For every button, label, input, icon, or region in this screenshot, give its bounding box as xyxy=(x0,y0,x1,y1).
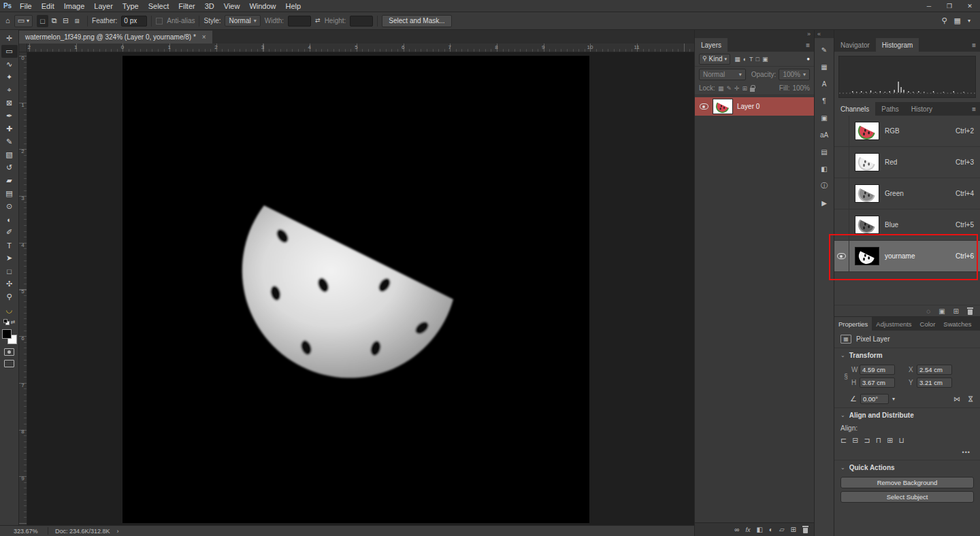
tab-layers[interactable]: Layers xyxy=(695,38,728,52)
frame-tool[interactable]: ⊠ xyxy=(1,97,18,110)
adjustment-layer-icon[interactable]: ◐ xyxy=(769,526,773,533)
channel-visibility-cell[interactable] xyxy=(834,241,849,271)
actions-panel-icon[interactable]: ▶ xyxy=(817,197,832,209)
collapse-panel-icon[interactable]: » xyxy=(807,31,811,37)
blend-mode-dropdown[interactable]: Normal ▾ xyxy=(699,69,746,80)
menu-item[interactable]: Filter xyxy=(174,0,199,12)
search-icon[interactable]: ⚲ xyxy=(942,17,947,24)
lock-image-pixels-icon[interactable]: ✎ xyxy=(726,85,732,92)
zoom-level-field[interactable]: 323.67% xyxy=(14,528,41,535)
layer-name[interactable]: Layer 0 xyxy=(737,103,760,110)
fill-value[interactable]: 100% xyxy=(792,84,810,92)
rotation-angle-input[interactable] xyxy=(860,394,889,404)
tab-swatches[interactable]: Swatches xyxy=(939,317,975,331)
anti-alias-checkbox[interactable] xyxy=(156,18,163,24)
quick-actions-section-header[interactable]: ⌄ Quick Actions xyxy=(834,460,980,474)
move-tool[interactable]: ✛ xyxy=(1,32,18,45)
link-dimensions-icon[interactable]: § xyxy=(840,373,851,380)
delete-layer-icon[interactable] xyxy=(802,526,808,533)
filter-shape-icon[interactable]: □ xyxy=(756,56,760,63)
brush-tool[interactable]: ✎ xyxy=(1,135,18,148)
align-vertical-centers-icon[interactable]: ⊞ xyxy=(887,436,893,445)
blur-tool[interactable]: ⊙ xyxy=(1,200,18,213)
layer-mask-icon[interactable]: ◧ xyxy=(756,526,762,533)
rectangular-marquee-tool[interactable]: ▭ xyxy=(1,45,18,58)
channel-row[interactable]: Green Ctrl+4 xyxy=(834,178,980,210)
align-bottom-edges-icon[interactable]: ⊔ xyxy=(898,436,904,445)
tab-histogram[interactable]: Histogram xyxy=(876,38,919,52)
paragraph-panel-icon[interactable]: ¶ xyxy=(817,95,832,107)
transform-x-input[interactable] xyxy=(917,365,952,375)
home-icon[interactable]: ⌂ xyxy=(5,17,10,24)
flip-horizontal-icon[interactable]: ⋈ xyxy=(953,395,960,403)
feather-input[interactable] xyxy=(121,16,147,27)
tab-history[interactable]: History xyxy=(905,102,938,116)
filter-type-icon[interactable]: T xyxy=(749,56,753,63)
history-brush-tool[interactable]: ↺ xyxy=(1,161,18,174)
zoom-tool[interactable]: ⚲ xyxy=(1,290,18,303)
lock-all-icon[interactable] xyxy=(750,88,755,92)
filter-toggle-icon[interactable]: ● xyxy=(806,56,810,62)
transform-section-header[interactable]: ⌄ Transform xyxy=(834,348,980,362)
layer-effects-icon[interactable]: fx xyxy=(745,526,750,533)
transform-height-input[interactable] xyxy=(860,378,895,388)
clone-source-panel-icon[interactable]: ▣ xyxy=(817,112,832,124)
hand-tool[interactable]: ✣ xyxy=(1,278,18,290)
quick-mask-icon[interactable] xyxy=(4,348,14,356)
gradient-tool[interactable]: ▤ xyxy=(1,187,18,200)
tab-channels[interactable]: Channels xyxy=(834,102,875,116)
menu-item[interactable]: Image xyxy=(59,0,90,12)
menu-item[interactable]: Select xyxy=(144,0,174,12)
channel-visibility-cell[interactable] xyxy=(834,147,849,178)
menu-item[interactable]: Layer xyxy=(89,0,118,12)
filter-smart-object-icon[interactable]: ▣ xyxy=(762,56,768,63)
tab-paths[interactable]: Paths xyxy=(875,102,905,116)
crop-tool[interactable]: ⌖ xyxy=(1,84,18,97)
libraries-panel-icon[interactable]: ▤ xyxy=(817,146,832,158)
align-left-edges-icon[interactable]: ⊏ xyxy=(840,436,847,445)
minimize-icon[interactable]: ─ xyxy=(919,0,939,12)
select-subject-button[interactable]: Select Subject xyxy=(840,491,974,503)
tool-preset-dropdown[interactable]: ▭ ▾ xyxy=(14,15,33,27)
swap-width-height-icon[interactable]: ⇄ xyxy=(315,18,321,24)
quick-selection-tool[interactable]: ✦ xyxy=(1,71,18,84)
filter-pixel-icon[interactable]: ▦ xyxy=(734,56,740,63)
chevron-down-icon[interactable]: ▾ xyxy=(892,397,895,402)
menu-item[interactable]: View xyxy=(219,0,245,12)
channel-visibility-cell[interactable] xyxy=(834,116,849,146)
remove-background-button[interactable]: Remove Background xyxy=(840,477,974,488)
clone-stamp-tool[interactable]: ▧ xyxy=(1,148,18,161)
opacity-dropdown[interactable]: 100% ▾ xyxy=(779,69,810,80)
ruler-origin-corner[interactable] xyxy=(19,44,27,52)
width-input[interactable] xyxy=(288,16,311,27)
align-horizontal-centers-icon[interactable]: ⊟ xyxy=(852,436,858,445)
spot-healing-brush-tool[interactable]: ✚ xyxy=(1,122,18,135)
save-selection-as-channel-icon[interactable]: ▣ xyxy=(938,307,945,315)
new-layer-icon[interactable]: ⊞ xyxy=(791,526,796,533)
more-options-icon[interactable]: ••• xyxy=(834,446,980,460)
menu-item[interactable]: Help xyxy=(281,0,306,12)
glyphs-panel-icon[interactable]: aA xyxy=(817,129,832,141)
layer-row[interactable]: Layer 0 xyxy=(695,97,814,116)
add-to-selection-icon[interactable]: ⧉ xyxy=(48,15,60,27)
filter-kind-dropdown[interactable]: ⚲ Kind ▾ xyxy=(699,54,730,65)
close-tab-icon[interactable]: × xyxy=(202,33,206,41)
menu-item[interactable]: 3D xyxy=(200,0,219,12)
photoshop-logo[interactable]: Ps xyxy=(0,2,15,10)
lock-artboard-icon[interactable]: ⊞ xyxy=(742,85,748,92)
dodge-tool[interactable]: ◐ xyxy=(1,213,18,226)
menu-item[interactable]: Edit xyxy=(37,0,59,12)
lock-position-icon[interactable]: ✛ xyxy=(734,85,740,92)
channel-row[interactable]: yourname Ctrl+6 xyxy=(834,241,980,272)
menu-item[interactable]: File xyxy=(15,0,37,12)
type-tool[interactable]: T xyxy=(1,239,18,252)
brush-settings-panel-icon[interactable]: ✎ xyxy=(817,44,832,56)
panel-menu-icon[interactable]: ≡ xyxy=(968,102,980,116)
status-chevron-icon[interactable]: › xyxy=(117,528,119,535)
transform-y-input[interactable] xyxy=(917,378,952,388)
link-layers-icon[interactable]: ∞ xyxy=(734,526,739,533)
menu-item[interactable]: Window xyxy=(244,0,280,12)
intersect-selection-icon[interactable]: ⧈ xyxy=(71,15,83,27)
chevron-down-icon[interactable]: ▾ xyxy=(968,18,970,24)
panel-menu-icon[interactable]: ≡ xyxy=(968,38,980,52)
